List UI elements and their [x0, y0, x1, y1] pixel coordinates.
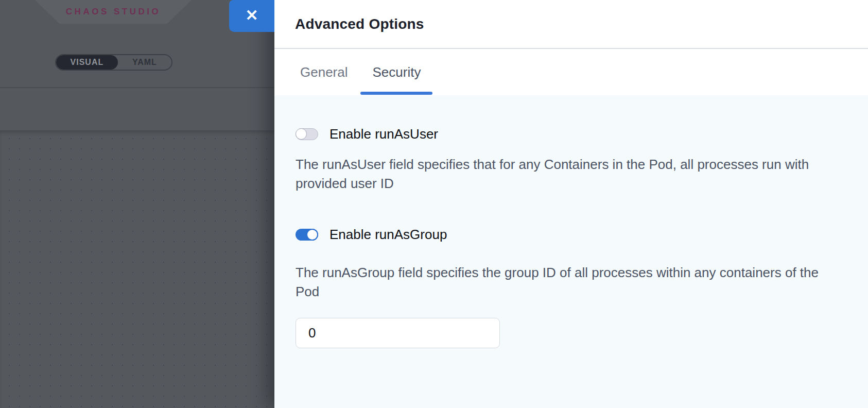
app-root: CHAOS STUDIO VISUAL YAML ✕ Advanced Opti… — [0, 0, 868, 408]
yaml-tab[interactable]: YAML — [118, 55, 171, 70]
toggle-knob — [296, 128, 307, 140]
run-as-user-description: The runAsUser field specifies that for a… — [296, 155, 835, 193]
close-button[interactable]: ✕ — [229, 0, 274, 32]
security-tab-content: Enable runAsUser The runAsUser field spe… — [274, 95, 868, 408]
run-as-user-row: Enable runAsUser — [296, 126, 438, 142]
run-as-group-toggle[interactable] — [296, 229, 318, 241]
close-icon: ✕ — [245, 8, 258, 23]
run-as-group-value-input[interactable] — [296, 318, 500, 348]
run-as-user-label: Enable runAsUser — [329, 126, 438, 142]
run-as-group-description: The runAsGroup field specifies the group… — [296, 263, 835, 301]
tab-bar: General Security — [274, 49, 868, 95]
run-as-user-toggle[interactable] — [296, 128, 318, 140]
run-as-group-label: Enable runAsGroup — [329, 227, 447, 243]
tab-security[interactable]: Security — [364, 49, 430, 95]
dotted-canvas — [0, 130, 275, 408]
run-as-group-row: Enable runAsGroup — [296, 227, 447, 243]
view-mode-toggle: VISUAL YAML — [55, 54, 172, 71]
active-tab-underline — [360, 92, 432, 95]
toggle-knob — [306, 229, 318, 241]
visual-tab[interactable]: VISUAL — [56, 55, 118, 70]
panel-header: Advanced Options — [274, 0, 868, 49]
brand-title: CHAOS STUDIO — [66, 7, 161, 17]
brand-badge: CHAOS STUDIO — [35, 0, 192, 24]
toolbar-divider — [0, 87, 275, 88]
advanced-options-panel: Advanced Options General Security Enable… — [274, 0, 868, 408]
tab-general[interactable]: General — [291, 49, 357, 95]
tab-security-label: Security — [373, 64, 421, 80]
panel-title: Advanced Options — [295, 16, 424, 32]
tab-general-label: General — [300, 64, 348, 80]
